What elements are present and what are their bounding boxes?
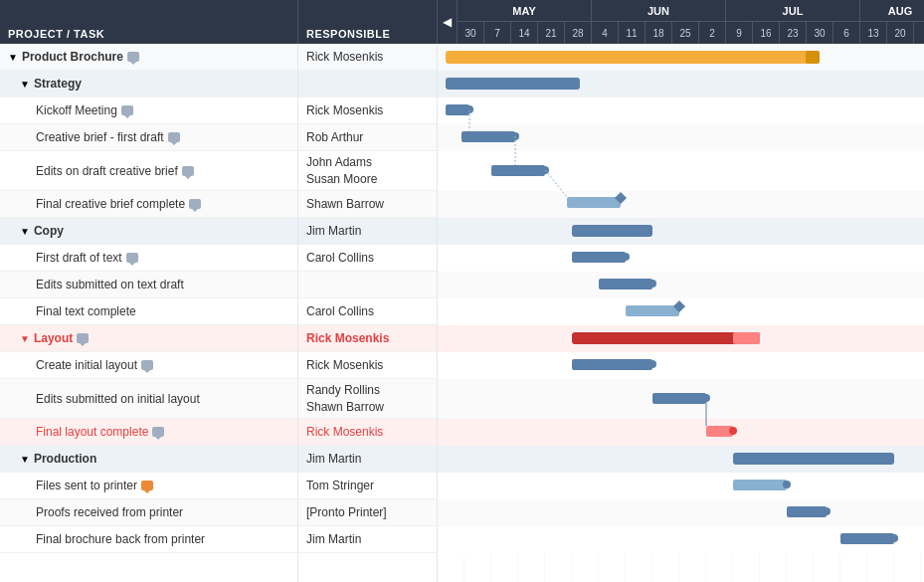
gantt-svg bbox=[438, 44, 924, 582]
task-cell-final-creative: Final creative brief complete bbox=[0, 197, 297, 211]
row-kickoff: Kickoff Meeting bbox=[0, 97, 297, 124]
task-cell-creative-brief: Creative brief - first draft bbox=[0, 130, 297, 144]
bar-copy[interactable] bbox=[572, 225, 652, 237]
row-create-layout: Create initial layout bbox=[0, 352, 297, 379]
week-14: 14 bbox=[511, 22, 538, 44]
comment-icon-final-creative[interactable] bbox=[189, 199, 201, 209]
col-resp-header: RESPONSIBLE bbox=[298, 0, 438, 44]
row-files-printer: Files sent to printer bbox=[0, 473, 297, 499]
task-name-create-layout: Create initial layout bbox=[36, 358, 137, 372]
resp-row-final-creative: Shawn Barrow bbox=[298, 191, 437, 218]
comment-icon-first-draft-text[interactable] bbox=[126, 253, 138, 263]
bar-final-layout[interactable] bbox=[706, 426, 733, 437]
week-row: 30 7 14 21 28 4 11 18 25 2 9 16 23 30 6 … bbox=[458, 22, 924, 44]
comment-icon-create-layout[interactable] bbox=[141, 360, 153, 370]
bar-production[interactable] bbox=[733, 453, 894, 465]
comment-icon-kickoff[interactable] bbox=[121, 105, 133, 115]
bar-edits-layout[interactable] bbox=[652, 393, 706, 404]
row-edits-draft: Edits on draft creative brief bbox=[0, 151, 297, 191]
comment-icon-files-printer[interactable] bbox=[141, 481, 153, 490]
row-layout: ▼ Layout bbox=[0, 325, 297, 352]
gantt-body: ▼ Product Brochure ▼ Strategy Kickoff Me… bbox=[0, 44, 924, 582]
bar-layout[interactable] bbox=[572, 332, 760, 344]
chart-header: MAY JUN JUL AUG 30 7 14 21 28 4 11 18 25… bbox=[458, 0, 924, 44]
row-product-brochure: ▼ Product Brochure bbox=[0, 44, 297, 71]
triangle-product-brochure: ▼ bbox=[8, 52, 18, 63]
row-copy: ▼ Copy bbox=[0, 218, 297, 245]
month-aug: AUG bbox=[860, 0, 924, 21]
bar-final-text[interactable] bbox=[626, 305, 679, 316]
resp-row-edits-layout: Randy RollinsShawn Barrow bbox=[298, 379, 437, 419]
task-name-production: Production bbox=[34, 452, 96, 466]
row-bg-create-layout bbox=[438, 352, 924, 379]
bar-files-printer[interactable] bbox=[733, 480, 787, 490]
week-7: 7 bbox=[484, 22, 511, 44]
resp-cell-product-brochure: Rick Mosenkis bbox=[298, 50, 437, 64]
task-name-creative-brief: Creative brief - first draft bbox=[36, 130, 164, 144]
row-bg-final-creative bbox=[438, 191, 924, 218]
row-bg-kickoff bbox=[438, 97, 924, 124]
row-final-text: Final text complete bbox=[0, 298, 297, 325]
nav-prev-button[interactable]: ◀ bbox=[438, 0, 458, 44]
task-cell-final-text: Final text complete bbox=[0, 304, 297, 318]
resp-row-layout: Rick Mosenkis bbox=[298, 325, 437, 352]
bar-final-creative[interactable] bbox=[567, 197, 621, 208]
resp-cell-final-layout: Rick Mosenkis bbox=[298, 425, 437, 439]
bar-edits-draft[interactable] bbox=[491, 165, 545, 176]
triangle-production: ▼ bbox=[20, 454, 30, 465]
task-name-edits-layout: Edits submitted on initial layout bbox=[36, 392, 200, 406]
resp-cell-files-printer: Tom Stringer bbox=[298, 479, 437, 492]
resp-cell-create-layout: Rick Mosenkis bbox=[298, 358, 437, 372]
dot-edits-text bbox=[648, 280, 656, 288]
week-25: 25 bbox=[672, 22, 699, 44]
resp-cell-edits-draft: John AdamsSusan Moore bbox=[298, 154, 437, 188]
task-name-first-draft-text: First draft of text bbox=[36, 251, 122, 265]
bar-proofs[interactable] bbox=[787, 506, 827, 517]
task-cell-files-printer: Files sent to printer bbox=[0, 479, 297, 492]
task-cell-proofs: Proofs received from printer bbox=[0, 505, 297, 519]
resp-cell-final-text: Carol Collins bbox=[298, 304, 437, 318]
resp-cell-production: Jim Martin bbox=[298, 452, 437, 466]
week-13: 13 bbox=[860, 22, 887, 44]
row-edits-layout: Edits submitted on initial layout bbox=[0, 379, 297, 419]
chart-panel bbox=[438, 44, 924, 582]
task-cell-copy: ▼ Copy bbox=[0, 224, 297, 238]
resp-row-final-brochure: Jim Martin bbox=[298, 526, 437, 553]
task-cell-final-brochure: Final brochure back from printer bbox=[0, 532, 297, 546]
bar-strategy[interactable] bbox=[446, 78, 580, 90]
bar-first-draft-text[interactable] bbox=[572, 252, 626, 263]
month-jul: JUL bbox=[726, 0, 860, 21]
bar-creative-brief[interactable] bbox=[462, 131, 515, 142]
bar-create-layout[interactable] bbox=[572, 359, 652, 370]
week-23: 23 bbox=[780, 22, 807, 44]
task-name-kickoff: Kickoff Meeting bbox=[36, 103, 117, 117]
row-bg-copy bbox=[438, 218, 924, 245]
col-task-header: PROJECT / TASK bbox=[0, 0, 298, 44]
resp-cell-copy: Jim Martin bbox=[298, 224, 437, 238]
row-bg-proofs bbox=[438, 499, 924, 526]
comment-icon-final-layout[interactable] bbox=[152, 427, 164, 437]
row-first-draft-text: First draft of text bbox=[0, 245, 297, 272]
bar-edits-text[interactable] bbox=[599, 279, 652, 290]
comment-icon-edits-draft[interactable] bbox=[182, 166, 194, 176]
task-name-proofs: Proofs received from printer bbox=[36, 505, 183, 519]
bar-layout-late bbox=[733, 332, 760, 344]
bar-product-brochure[interactable] bbox=[446, 51, 814, 64]
comment-icon-creative-brief[interactable] bbox=[168, 132, 180, 142]
resp-cell-final-creative: Shawn Barrow bbox=[298, 197, 437, 211]
task-name-edits-text: Edits submitted on text draft bbox=[36, 278, 184, 291]
bar-final-brochure[interactable] bbox=[840, 533, 894, 544]
comment-icon-layout[interactable] bbox=[77, 333, 89, 343]
task-cell-layout: ▼ Layout bbox=[0, 331, 297, 345]
week-21: 21 bbox=[538, 22, 565, 44]
task-cell-edits-text: Edits submitted on text draft bbox=[0, 278, 297, 291]
resp-row-final-layout: Rick Mosenkis bbox=[298, 419, 437, 446]
task-name-copy: Copy bbox=[34, 224, 64, 238]
task-cell-first-draft-text: First draft of text bbox=[0, 251, 297, 265]
resp-cell-kickoff: Rick Mosenkis bbox=[298, 103, 437, 117]
comment-icon-product-brochure[interactable] bbox=[127, 52, 139, 62]
resp-panel: Rick Mosenkis Rick Mosenkis Rob Arthur J… bbox=[298, 44, 438, 582]
task-cell-strategy: ▼ Strategy bbox=[0, 77, 297, 91]
dot-files-printer bbox=[783, 481, 791, 488]
resp-row-copy: Jim Martin bbox=[298, 218, 437, 245]
